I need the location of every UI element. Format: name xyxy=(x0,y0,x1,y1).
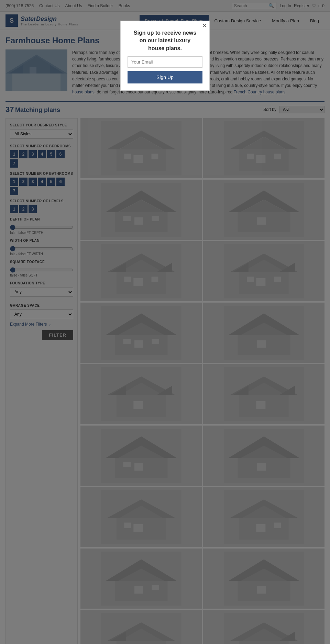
signup-button[interactable]: Sign Up xyxy=(128,71,202,83)
email-input[interactable] xyxy=(128,56,202,68)
signup-modal: ✕ Sign up to receive news on our latest … xyxy=(120,21,210,91)
modal-headline: Sign up to receive news on our latest lu… xyxy=(128,29,202,52)
modal-overlay[interactable]: ✕ Sign up to receive news on our latest … xyxy=(0,0,330,644)
modal-close-button[interactable]: ✕ xyxy=(202,23,207,29)
